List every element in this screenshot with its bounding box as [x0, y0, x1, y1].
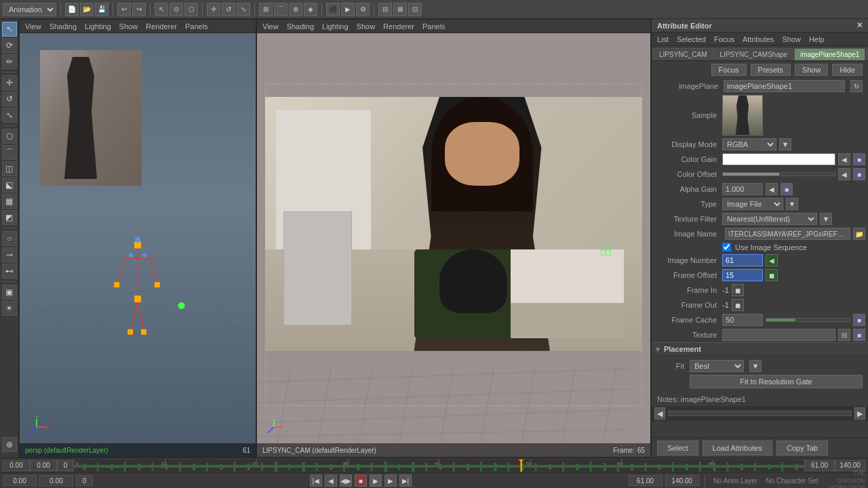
left-show-menu[interactable]: Show — [119, 22, 138, 30]
left-view-menu[interactable]: View — [25, 22, 41, 30]
focus-btn[interactable]: Focus — [711, 64, 747, 76]
type-expand-btn[interactable]: ▼ — [786, 198, 798, 210]
prev-key-btn[interactable]: |◀ — [310, 474, 322, 487]
color-offset-extra-btn[interactable]: ■ — [853, 168, 865, 180]
prev-frame-btn[interactable]: ◀ — [325, 474, 337, 487]
right-renderer-menu[interactable]: Renderer — [383, 22, 414, 30]
alpha-gain-extra-btn[interactable]: ■ — [781, 183, 793, 195]
transport-frame[interactable] — [76, 475, 93, 486]
move-btn[interactable]: ✛ — [207, 3, 220, 16]
right-panels-menu[interactable]: Panels — [422, 22, 446, 30]
move-tool[interactable]: ✛ — [2, 75, 17, 90]
lasso-tool[interactable]: ⟳ — [2, 38, 17, 53]
render-icon-tool[interactable]: ◩ — [2, 210, 17, 225]
frame-in-key-btn[interactable]: ◼ — [732, 284, 744, 296]
attr-focus-menu[interactable]: Focus — [714, 35, 734, 43]
placement-section-header[interactable]: ▼ Placement — [652, 342, 868, 356]
display-mode-expand-btn[interactable]: ▼ — [779, 138, 791, 150]
redo-btn[interactable]: ↪ — [132, 3, 146, 16]
transport-time-end[interactable] — [39, 475, 73, 486]
render-settings-btn[interactable]: ⚙ — [356, 3, 370, 16]
ik-tool[interactable]: ⊸ — [2, 247, 17, 262]
left-renderer-menu[interactable]: Renderer — [146, 22, 177, 30]
snap-grid-btn[interactable]: ⊞ — [259, 3, 273, 16]
fit-resolution-gate-btn[interactable]: Fit to Resolution Gate — [690, 375, 863, 388]
select-tool[interactable]: ↖ — [2, 22, 17, 37]
left-viewport[interactable]: View Shading Lighting Show Renderer Pane… — [19, 19, 256, 458]
attr-help-menu[interactable]: Help — [809, 35, 825, 43]
use-image-seq-checkbox[interactable] — [722, 243, 731, 251]
texture-checker-btn[interactable]: ⊟ — [838, 329, 850, 341]
image-number-key-btn[interactable]: ◀ — [766, 254, 778, 266]
attr-selected-menu[interactable]: Selected — [677, 35, 706, 43]
joint-tool[interactable]: ○ — [2, 231, 17, 246]
snap-curve-btn[interactable]: ⌒ — [274, 3, 288, 16]
snap-surface-btn[interactable]: ◈ — [304, 3, 317, 16]
image-number-input[interactable] — [722, 254, 763, 266]
right-camera-viewport[interactable]: View Shading Lighting Show Renderer Pane… — [256, 19, 651, 458]
snap-point-btn[interactable]: ⊕ — [289, 3, 302, 16]
deform-tool[interactable]: ⬕ — [2, 178, 17, 192]
display-mode-dropdown[interactable]: RGBA — [722, 138, 776, 150]
paint-tool[interactable]: ✏ — [2, 54, 17, 69]
alpha-gain-input[interactable] — [722, 183, 763, 195]
left-lighting-menu[interactable]: Lighting — [85, 22, 111, 30]
undo-btn[interactable]: ↩ — [117, 3, 131, 16]
close-icon[interactable]: ✕ — [856, 21, 863, 30]
view-btn[interactable]: ⊡ — [408, 3, 422, 16]
transport-range-start[interactable] — [629, 475, 663, 486]
camera-icon-tool[interactable]: ▣ — [2, 285, 17, 300]
color-offset-reset-btn[interactable]: ◀ — [838, 168, 850, 180]
attr-show-menu[interactable]: Show — [782, 35, 801, 43]
lasso-btn[interactable]: ⊙ — [170, 3, 183, 16]
scale-tool[interactable]: ⤡ — [2, 108, 17, 123]
next-frame-btn[interactable]: ▶ — [384, 474, 397, 487]
texture-filter-dropdown[interactable]: Nearest(Unfiltered) — [722, 213, 817, 225]
paint-select-btn[interactable]: ⬡ — [184, 3, 198, 16]
image-name-input[interactable] — [725, 228, 850, 240]
display-btn[interactable]: ⊠ — [393, 3, 407, 16]
time-start-field[interactable] — [3, 460, 30, 471]
new-file-btn[interactable]: 📄 — [65, 3, 79, 16]
color-gain-reset-btn[interactable]: ◀ — [838, 153, 850, 165]
hotbox-tool[interactable]: ⊕ — [2, 437, 17, 452]
frame-out-key-btn[interactable]: ◼ — [732, 299, 744, 311]
transport-time-start[interactable] — [3, 475, 37, 486]
light-tool[interactable]: ☀ — [2, 301, 17, 316]
presets-btn[interactable]: Presets — [751, 64, 791, 76]
time-end-field[interactable] — [30, 460, 57, 471]
texture-input[interactable] — [722, 329, 835, 341]
fit-expand-btn[interactable]: ▼ — [749, 360, 762, 372]
right-shading-menu[interactable]: Shading — [287, 22, 314, 30]
open-file-btn[interactable]: 📂 — [80, 3, 94, 16]
alpha-gain-reset-btn[interactable]: ◀ — [766, 183, 778, 195]
copy-tab-btn[interactable]: Copy Tab — [776, 441, 828, 455]
attr-attributes-menu[interactable]: Attributes — [743, 35, 774, 43]
rotate-btn[interactable]: ↺ — [222, 3, 235, 16]
texture-extra-btn[interactable]: ■ — [853, 329, 865, 341]
texture-filter-expand-btn[interactable]: ▼ — [820, 213, 832, 225]
right-show-menu[interactable]: Show — [357, 22, 376, 30]
tab-imageplane-shape1[interactable]: imagePlaneShape1 — [794, 48, 865, 60]
color-offset-slider[interactable] — [722, 172, 835, 176]
scale-btn[interactable]: ⤡ — [237, 3, 250, 16]
show-btn[interactable]: Show — [795, 64, 829, 76]
frame-offset-key-btn[interactable]: ◼ — [766, 269, 778, 281]
timeline-canvas[interactable]: 0 10 20 30 40 50 65 80 — [74, 460, 804, 472]
frame-cache-input[interactable] — [722, 314, 763, 326]
render-btn[interactable]: ⬛ — [326, 3, 340, 16]
curve-tool[interactable]: ⌒ — [2, 145, 17, 160]
ipr-btn[interactable]: ▶ — [341, 3, 355, 16]
right-lighting-menu[interactable]: Lighting — [322, 22, 349, 30]
select-footer-btn[interactable]: Select — [657, 441, 698, 455]
type-dropdown[interactable]: Image File — [722, 198, 783, 210]
color-gain-extra-btn[interactable]: ■ — [853, 153, 865, 165]
hide-btn[interactable]: Hide — [832, 64, 863, 76]
scroll-left-btn[interactable]: ◀ — [654, 407, 665, 420]
attr-hscrollbar[interactable] — [668, 411, 852, 416]
frame-offset-input[interactable] — [722, 269, 763, 281]
surface-tool[interactable]: ◫ — [2, 161, 17, 176]
imageplane-input[interactable] — [724, 80, 845, 92]
weight-tool[interactable]: ⊷ — [2, 264, 17, 279]
play-back-btn[interactable]: ◀▶ — [340, 474, 352, 487]
